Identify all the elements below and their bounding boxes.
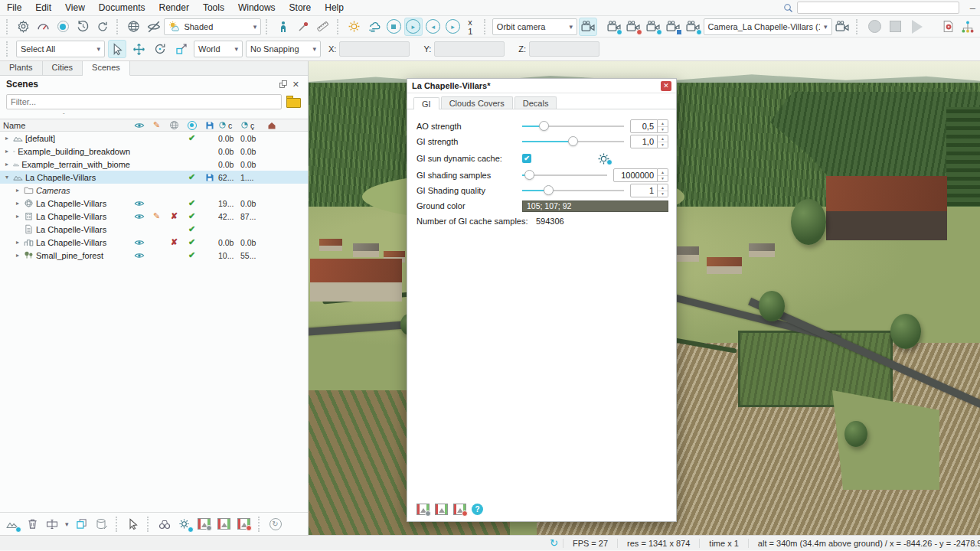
visible-eye-icon[interactable] <box>130 250 148 261</box>
expander-icon[interactable]: ▸ <box>14 239 21 246</box>
move-tool-button[interactable] <box>129 40 148 58</box>
tab-cities[interactable]: Cities <box>43 61 83 75</box>
sort-indicator[interactable]: ˆ <box>0 112 308 119</box>
scene-filter-input[interactable] <box>6 94 282 109</box>
table-row[interactable]: ▸Example_terrain_with_biome 0.0b0.0b <box>0 158 308 171</box>
column-edit pencil-icon[interactable]: ✎ <box>148 120 165 130</box>
scale-tool-button[interactable] <box>172 40 191 58</box>
z-coord-input[interactable] <box>529 41 599 57</box>
gi-shading-samples-spinner[interactable]: ▲▼ <box>658 168 668 182</box>
select-tool-button[interactable] <box>108 40 126 58</box>
gi-strength-input[interactable]: 1,0 <box>630 135 658 148</box>
display-mode-select[interactable]: Shaded▾ <box>164 18 261 35</box>
measure-button[interactable] <box>314 18 332 36</box>
tab-scenes[interactable]: Scenes <box>83 61 130 76</box>
menu-store[interactable]: Store <box>283 1 318 15</box>
render-buildings-button[interactable] <box>416 504 430 515</box>
close-panel-icon[interactable]: ✕ <box>290 80 302 90</box>
viewport-3d[interactable]: La Chapelle-Villars* ✕ GI Clouds Covers … <box>309 61 980 535</box>
float-panel-icon[interactable] <box>276 80 290 89</box>
column-cache-1 pie-icon[interactable]: c <box>218 121 240 130</box>
menu-render[interactable]: Render <box>152 1 196 15</box>
toolbar-grip[interactable] <box>6 19 10 34</box>
world-view-button[interactable] <box>125 18 143 36</box>
tab-plants[interactable]: Plants <box>0 61 43 75</box>
ao-strength-input[interactable]: 0,5 <box>630 119 658 133</box>
y-coord-input[interactable] <box>434 41 505 57</box>
render-image-button[interactable] <box>215 515 234 533</box>
record-mode-button[interactable] <box>54 18 73 36</box>
menu-file[interactable]: File <box>0 1 28 15</box>
dialog-close-button close-icon[interactable]: ✕ <box>661 81 671 91</box>
chevron-down-icon[interactable]: ▾ <box>63 520 71 528</box>
ao-strength-spinner[interactable]: ▲▼ <box>658 119 668 133</box>
walk-mode-button[interactable] <box>274 18 292 36</box>
gi-shading-samples-slider[interactable] <box>522 174 607 176</box>
help-button[interactable]: ? <box>472 504 483 515</box>
performance-gauge-button[interactable] <box>34 18 53 36</box>
column-visibility eye-icon[interactable] <box>130 120 148 131</box>
toolbar-grip[interactable] <box>337 19 341 34</box>
orbit-camera-button[interactable] <box>579 18 597 36</box>
column-save floppy-icon[interactable] <box>201 121 218 130</box>
sun-cache-icon[interactable] <box>597 152 610 165</box>
select-in-view-button[interactable] <box>124 515 142 533</box>
ao-strength-slider[interactable] <box>522 126 624 127</box>
history-button[interactable] <box>74 18 92 36</box>
time-play-button[interactable]: ▸ <box>404 18 423 36</box>
gi-sun-cache-checkbox[interactable]: ✔ <box>522 154 531 163</box>
delete-button[interactable] <box>23 515 41 533</box>
time-step-back-button[interactable]: ◂ <box>424 18 443 36</box>
render-record-button[interactable] <box>864 18 884 36</box>
table-row-selected[interactable]: ▾La Chapelle-Villars ✔ 62...1.... <box>0 171 308 184</box>
menu-tools[interactable]: Tools <box>196 1 231 15</box>
expander-icon[interactable]: ▸ <box>14 200 21 207</box>
global-search-input[interactable] <box>797 2 959 14</box>
database-button[interactable] <box>93 515 111 533</box>
camera-save-button[interactable] <box>664 18 682 36</box>
gi-shading-quality-input[interactable]: 1 <box>630 184 658 197</box>
menu-view[interactable]: View <box>58 1 92 15</box>
table-row[interactable]: ▸[default] ✔ 0.0b0.0b <box>0 132 308 145</box>
table-row[interactable]: ▸Cameras <box>0 184 308 197</box>
refresh-button[interactable] <box>93 18 112 36</box>
gi-strength-slider[interactable] <box>522 141 624 142</box>
menu-windows[interactable]: Windows <box>231 1 283 15</box>
rename-button[interactable] <box>43 515 61 533</box>
visible-eye-icon[interactable] <box>130 198 148 209</box>
rotate-tool-button[interactable] <box>151 40 169 58</box>
expander-icon[interactable]: ▸ <box>14 252 21 259</box>
hide-objects-button[interactable] <box>145 18 163 36</box>
settings-button[interactable] <box>15 18 33 36</box>
toolbar-grip[interactable] <box>484 19 488 34</box>
tab-clouds-covers[interactable]: Clouds Covers <box>441 96 513 109</box>
wind-button[interactable] <box>364 18 383 36</box>
gi-strength-spinner[interactable]: ▲▼ <box>658 135 668 148</box>
table-row[interactable]: ▸La Chapelle-Villars ✘ ✔ 0.0b0.0b <box>0 236 308 249</box>
table-row[interactable]: ▸La Chapelle-Villars ✔ 19...0.0b <box>0 197 308 210</box>
find-button[interactable] <box>155 515 174 533</box>
clear-render-button[interactable] <box>235 515 253 533</box>
table-row[interactable]: ▸Example_building_breakdown 0.0b0.0b <box>0 145 308 158</box>
camera-mode-select[interactable]: Orbit camera▾ <box>492 18 577 35</box>
open-folder-button[interactable] <box>286 96 302 108</box>
snapping-select[interactable]: No Snapping▾ <box>246 41 321 57</box>
toolbar-grip[interactable] <box>266 19 270 34</box>
duplicate-button[interactable] <box>73 515 91 533</box>
time-step-forward-button[interactable]: ▸ <box>444 18 462 36</box>
toolbar-grip[interactable] <box>258 517 262 532</box>
tab-gi[interactable]: GI <box>413 97 439 109</box>
menu-edit[interactable]: Edit <box>28 1 58 15</box>
expander-icon[interactable]: ▸ <box>3 148 11 155</box>
camera-delete-button[interactable] <box>624 18 642 36</box>
dialog-titlebar[interactable]: La Chapelle-Villars* ✕ <box>407 79 676 93</box>
x-coord-input[interactable] <box>339 41 410 57</box>
gi-shading-quality-slider[interactable] <box>522 190 624 191</box>
menu-documents[interactable]: Documents <box>92 1 152 15</box>
reload-button[interactable]: ↻ <box>266 515 285 533</box>
column-active target-icon[interactable] <box>183 121 201 130</box>
toolbar-collapse-button[interactable]: – <box>965 2 980 14</box>
expander-icon[interactable]: ▸ <box>3 135 11 142</box>
camera-restore-button[interactable] <box>684 18 702 36</box>
bake-lighting-button[interactable] <box>175 515 194 533</box>
